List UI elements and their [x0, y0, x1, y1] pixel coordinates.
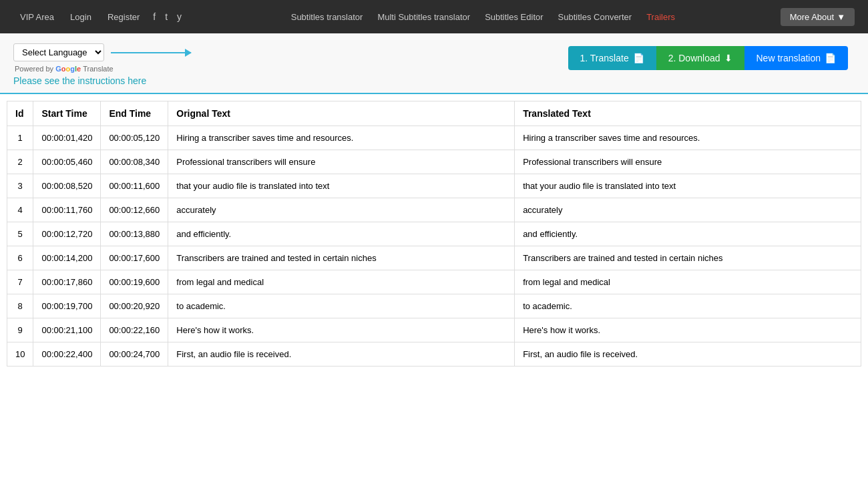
subtitle-table: Id Start Time End Time Orignal Text Tran… — [7, 101, 861, 367]
cell-end-time: 00:00:24,700 — [101, 342, 168, 367]
table-row: 5 00:00:12,720 00:00:13,880 and efficien… — [7, 222, 861, 246]
cell-id: 5 — [7, 222, 33, 246]
nav-multi-subtitles-translator[interactable]: Multi Subtitles translator — [371, 8, 477, 26]
table-row: 10 00:00:22,400 00:00:24,700 First, an a… — [7, 342, 861, 367]
table-row: 6 00:00:14,200 00:00:17,600 Transcribers… — [7, 246, 861, 270]
nav-subtitles-editor[interactable]: Subtitles Editor — [478, 8, 550, 26]
cell-original-text: accurately — [168, 198, 515, 222]
arrow-line — [111, 52, 191, 53]
cell-start-time: 00:00:21,100 — [33, 318, 101, 342]
language-select[interactable]: Select Language — [13, 43, 104, 61]
cell-start-time: 00:00:17,860 — [33, 270, 101, 294]
cell-start-time: 00:00:14,200 — [33, 246, 101, 270]
header-translated-text: Translated Text — [515, 101, 861, 126]
cell-start-time: 00:00:22,400 — [33, 342, 101, 367]
cell-original-text: to academic. — [168, 294, 515, 318]
instructions-link[interactable]: Please see the instructions here — [13, 75, 855, 86]
header-start-time: Start Time — [33, 101, 101, 126]
cell-translated-text: and efficiently. — [515, 222, 861, 246]
action-buttons: 1. Translate 📄 2. Download ⬇ New transla… — [13, 46, 855, 70]
cell-end-time: 00:00:17,600 — [101, 246, 168, 270]
more-about-button[interactable]: More About ▼ — [781, 8, 855, 26]
cell-translated-text: that your audio file is translated into … — [515, 174, 861, 198]
cell-end-time: 00:00:11,600 — [101, 174, 168, 198]
header-id: Id — [7, 101, 33, 126]
navbar: VIP Area Login Register f t y Subtitles … — [0, 0, 868, 33]
cell-id: 1 — [7, 126, 33, 150]
arrow-indicator — [111, 52, 191, 53]
table-row: 1 00:00:01,420 00:00:05,120 Hiring a tra… — [7, 126, 861, 150]
cell-start-time: 00:00:01,420 — [33, 126, 101, 150]
download-button[interactable]: 2. Download ⬇ — [656, 46, 744, 70]
table-container: Id Start Time End Time Orignal Text Tran… — [0, 94, 868, 367]
cell-id: 4 — [7, 198, 33, 222]
cell-translated-text: to academic. — [515, 294, 861, 318]
cell-id: 10 — [7, 342, 33, 367]
cell-end-time: 00:00:20,920 — [101, 294, 168, 318]
cell-original-text: First, an audio file is received. — [168, 342, 515, 367]
table-row: 4 00:00:11,760 00:00:12,660 accurately a… — [7, 198, 861, 222]
cell-id: 8 — [7, 294, 33, 318]
translate-icon: 📄 — [633, 53, 644, 63]
cell-id: 2 — [7, 150, 33, 174]
table-header: Id Start Time End Time Orignal Text Tran… — [7, 101, 861, 126]
header-end-time: End Time — [101, 101, 168, 126]
header-original-text: Orignal Text — [168, 101, 515, 126]
cell-end-time: 00:00:12,660 — [101, 198, 168, 222]
dropdown-icon: ▼ — [837, 12, 845, 22]
cell-original-text: Professional transcribers will ensure — [168, 150, 515, 174]
cell-translated-text: Hiring a transcriber saves time and reso… — [515, 126, 861, 150]
cell-id: 7 — [7, 270, 33, 294]
cell-end-time: 00:00:19,600 — [101, 270, 168, 294]
cell-original-text: Here's how it works. — [168, 318, 515, 342]
top-section: Select Language Powered by Google Transl… — [0, 33, 868, 94]
new-translation-icon: 📄 — [825, 53, 836, 63]
nav-subtitles-translator[interactable]: Subtitles translator — [284, 8, 370, 26]
nav-register[interactable]: Register — [101, 8, 146, 26]
nav-subtitles-converter[interactable]: Subtitles Converter — [552, 8, 639, 26]
cell-original-text: from legal and medical — [168, 270, 515, 294]
cell-end-time: 00:00:08,340 — [101, 150, 168, 174]
cell-translated-text: Here's how it works. — [515, 318, 861, 342]
table-wrapper[interactable]: Id Start Time End Time Orignal Text Tran… — [7, 101, 861, 367]
cell-translated-text: Professional transcribers will ensure — [515, 150, 861, 174]
cell-translated-text: First, an audio file is received. — [515, 342, 861, 367]
table-row: 3 00:00:08,520 00:00:11,600 that your au… — [7, 174, 861, 198]
cell-translated-text: Transcribers are trained and tested in c… — [515, 246, 861, 270]
cell-end-time: 00:00:22,160 — [101, 318, 168, 342]
cell-end-time: 00:00:13,880 — [101, 222, 168, 246]
cell-start-time: 00:00:19,700 — [33, 294, 101, 318]
cell-original-text: Transcribers are trained and tested in c… — [168, 246, 515, 270]
cell-start-time: 00:00:05,460 — [33, 150, 101, 174]
nav-vip-area[interactable]: VIP Area — [13, 8, 61, 26]
table-row: 2 00:00:05,460 00:00:08,340 Professional… — [7, 150, 861, 174]
table-row: 9 00:00:21,100 00:00:22,160 Here's how i… — [7, 318, 861, 342]
download-icon: ⬇ — [724, 53, 732, 63]
cell-original-text: and efficiently. — [168, 222, 515, 246]
cell-start-time: 00:00:11,760 — [33, 198, 101, 222]
new-translation-button[interactable]: New translation 📄 — [744, 46, 849, 70]
cell-id: 3 — [7, 174, 33, 198]
table-body: 1 00:00:01,420 00:00:05,120 Hiring a tra… — [7, 126, 861, 367]
cell-start-time: 00:00:12,720 — [33, 222, 101, 246]
cell-id: 6 — [7, 246, 33, 270]
cell-original-text: Hiring a transcriber saves time and reso… — [168, 126, 515, 150]
cell-id: 9 — [7, 318, 33, 342]
table-row: 8 00:00:19,700 00:00:20,920 to academic.… — [7, 294, 861, 318]
table-row: 7 00:00:17,860 00:00:19,600 from legal a… — [7, 270, 861, 294]
cell-original-text: that your audio file is translated into … — [168, 174, 515, 198]
cell-translated-text: accurately — [515, 198, 861, 222]
nav-login[interactable]: Login — [63, 8, 98, 26]
facebook-icon[interactable]: f — [149, 9, 160, 25]
youtube-icon[interactable]: y — [173, 9, 186, 25]
nav-trailers[interactable]: Trailers — [640, 8, 682, 26]
translate-button[interactable]: 1. Translate 📄 — [568, 46, 656, 70]
cell-start-time: 00:00:08,520 — [33, 174, 101, 198]
cell-end-time: 00:00:05,120 — [101, 126, 168, 150]
cell-translated-text: from legal and medical — [515, 270, 861, 294]
twitter-icon[interactable]: t — [161, 9, 172, 25]
